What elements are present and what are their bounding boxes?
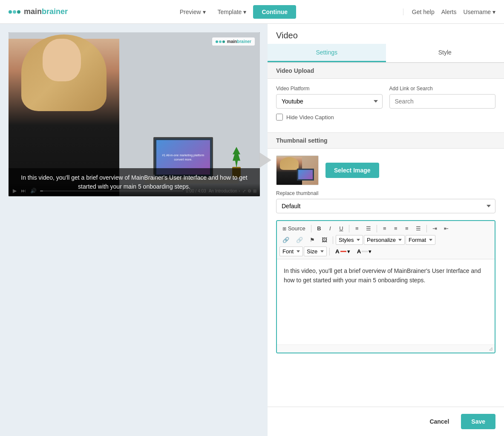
resize-icon: ⊿ xyxy=(489,346,493,352)
video-face xyxy=(43,39,81,81)
chevron-down-icon: ▾ xyxy=(203,9,206,15)
rte-toolbar: ⊞ Source B I U ≡ ☰ ≡ ≡ ≡ ☰ ⇥ xyxy=(277,221,495,259)
logo-dot-2 xyxy=(13,10,16,14)
rte-separator-5 xyxy=(333,236,333,244)
font-color-swatch xyxy=(340,251,346,252)
panel-title: Video xyxy=(268,24,504,44)
source-icon: ⊞ xyxy=(282,226,286,231)
rte-link-button[interactable]: 🔗 xyxy=(279,235,292,245)
rte-separator-4 xyxy=(426,225,427,232)
monitor-text: #1 All-in-one marketing platform convert… xyxy=(159,153,207,161)
rte-toolbar-row-3: Font Size A ▾ A ▾ xyxy=(279,246,492,257)
rte-flag-button[interactable]: ⚑ xyxy=(307,235,318,245)
chevron-down-icon: ▾ xyxy=(492,9,495,15)
tab-settings[interactable]: Settings xyxy=(268,44,386,62)
header-right: Get help Alerts Username ▾ xyxy=(403,9,495,15)
rte-font-color-button[interactable]: A ▾ xyxy=(332,247,353,256)
rte-unlink-button[interactable]: 🔗 xyxy=(293,235,306,245)
search-field-group: Add Link or Search xyxy=(389,86,496,109)
arrow-right-icon xyxy=(259,152,271,168)
hide-caption-label: Hide Video Caption xyxy=(286,114,334,120)
rte-font-select[interactable]: Font xyxy=(279,247,303,256)
rte-separator-2 xyxy=(349,225,349,232)
logo[interactable]: mainbrainer xyxy=(9,7,68,16)
rte-resize-handle[interactable]: ⊿ xyxy=(277,344,495,353)
rte-personalize-select[interactable]: Personalize xyxy=(364,235,405,245)
nav-center: Preview ▾ Template ▾ Continue xyxy=(76,5,395,19)
font-color-chevron: ▾ xyxy=(347,248,350,255)
rte-bg-color-button[interactable]: A ▾ xyxy=(354,247,375,256)
transition-arrow xyxy=(255,149,276,171)
rte-separator-3 xyxy=(377,225,377,232)
hide-caption-checkbox[interactable] xyxy=(276,114,283,120)
logo-main-text: main xyxy=(24,7,42,16)
rte-size-select[interactable]: Size xyxy=(304,247,327,256)
thumbnail-row: Select Image xyxy=(276,155,495,185)
thumb-screen xyxy=(298,170,313,179)
settings-tabs: Settings Style xyxy=(268,44,504,63)
cancel-button[interactable]: Cancel xyxy=(423,414,456,429)
rte-ordered-list-button[interactable]: ≡ xyxy=(352,224,362,233)
save-button[interactable]: Save xyxy=(461,414,495,429)
rich-text-editor: ⊞ Source B I U ≡ ☰ ≡ ≡ ≡ ☰ ⇥ xyxy=(276,220,495,353)
bg-color-swatch xyxy=(362,251,368,252)
replace-thumbnail-label: Replace thumbnail xyxy=(276,190,495,196)
rte-italic-button[interactable]: I xyxy=(325,224,335,233)
select-image-button[interactable]: Select Image xyxy=(325,163,379,178)
thumbnail-preview xyxy=(276,155,319,185)
replace-thumbnail-select[interactable]: Default Custom xyxy=(276,199,495,213)
rte-bold-button[interactable]: B xyxy=(314,224,324,233)
platform-field-group: Video Platform Youtube Vimeo Custom xyxy=(276,86,383,109)
rte-content-area[interactable]: In this video, you'll get a brief overvi… xyxy=(277,259,495,344)
rte-toolbar-row-2: 🔗 🔗 ⚑ 🖼 Styles Personalize Format xyxy=(279,234,492,246)
thumb-hair xyxy=(280,157,299,170)
rte-separator-1 xyxy=(311,225,311,232)
template-button[interactable]: Template ▾ xyxy=(213,6,252,18)
font-color-label: A xyxy=(335,248,340,255)
username-button[interactable]: Username ▾ xyxy=(464,9,495,15)
thumbnail-section-header: Thumbnail setting xyxy=(268,132,504,149)
video-container: #1 All-in-one marketing platform convert… xyxy=(9,32,260,196)
search-input[interactable] xyxy=(389,94,496,109)
rte-align-left-button[interactable]: ≡ xyxy=(380,224,390,233)
alerts-button[interactable]: Alerts xyxy=(441,9,457,15)
platform-label: Video Platform xyxy=(276,86,383,92)
video-caption: In this video, you'll get a brief overvi… xyxy=(9,168,260,196)
left-panel: #1 All-in-one marketing platform convert… xyxy=(0,24,268,436)
bg-color-chevron: ▾ xyxy=(369,248,372,255)
logo-dot-1 xyxy=(9,10,12,14)
preview-button[interactable]: Preview ▾ xyxy=(175,6,211,18)
video-upload-section-header: Video Upload xyxy=(268,63,504,79)
continue-button[interactable]: Continue xyxy=(253,5,296,19)
thumbnail-section-body: Select Image Replace thumbnail Default C… xyxy=(268,149,504,220)
rte-indent-button[interactable]: ⇥ xyxy=(429,224,440,233)
platform-search-row: Video Platform Youtube Vimeo Custom Add … xyxy=(276,86,495,109)
get-help-button[interactable]: Get help xyxy=(412,9,435,15)
main-layout: #1 All-in-one marketing platform convert… xyxy=(0,24,504,436)
rte-align-justify-button[interactable]: ☰ xyxy=(413,224,424,233)
rte-styles-select[interactable]: Styles xyxy=(336,235,363,245)
hide-caption-row: Hide Video Caption xyxy=(276,114,495,120)
video-upload-section-body: Video Platform Youtube Vimeo Custom Add … xyxy=(268,79,504,132)
search-label: Add Link or Search xyxy=(389,86,496,92)
rte-underline-button[interactable]: U xyxy=(336,224,346,233)
rte-separator-6 xyxy=(329,248,330,255)
chevron-down-icon: ▾ xyxy=(243,9,246,15)
logo-brainer-text: brainer xyxy=(42,7,68,16)
tab-style[interactable]: Style xyxy=(386,44,504,62)
panel-footer: Cancel Save xyxy=(268,407,504,436)
right-panel: Video Settings Style Video Upload Video … xyxy=(268,24,504,436)
rte-unordered-list-button[interactable]: ☰ xyxy=(363,224,374,233)
rte-image-button[interactable]: 🖼 xyxy=(319,235,330,245)
rte-align-right-button[interactable]: ≡ xyxy=(402,224,412,233)
rte-source-button[interactable]: ⊞ Source xyxy=(279,224,308,233)
plant-leaves xyxy=(230,147,243,168)
app-header: mainbrainer Preview ▾ Template ▾ Continu… xyxy=(0,0,504,24)
rte-toolbar-row-1: ⊞ Source B I U ≡ ☰ ≡ ≡ ≡ ☰ ⇥ xyxy=(279,223,492,234)
thumb-monitor xyxy=(297,169,314,181)
logo-dot-3 xyxy=(17,10,20,14)
rte-outdent-button[interactable]: ⇤ xyxy=(441,224,452,233)
rte-format-select[interactable]: Format xyxy=(406,235,435,245)
video-platform-select[interactable]: Youtube Vimeo Custom xyxy=(276,94,383,109)
rte-align-center-button[interactable]: ≡ xyxy=(391,224,401,233)
